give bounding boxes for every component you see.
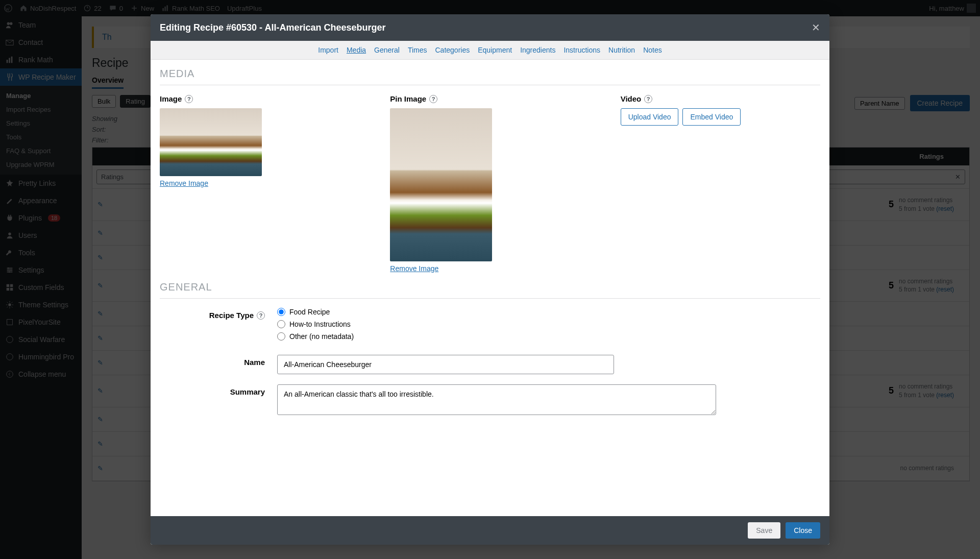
tab-instructions[interactable]: Instructions (564, 46, 600, 54)
modal-title: Editing Recipe #60530 - All-American Che… (160, 22, 386, 33)
tab-equipment[interactable]: Equipment (478, 46, 512, 54)
tab-general[interactable]: General (374, 46, 400, 54)
remove-image-link[interactable]: Remove Image (160, 179, 208, 187)
modal-tabs: Import Media General Times Categories Eq… (151, 41, 829, 60)
recipe-type-label: Recipe Type? (160, 308, 277, 320)
tab-media[interactable]: Media (347, 46, 366, 54)
tab-times[interactable]: Times (408, 46, 427, 54)
recipe-type-other[interactable]: Other (no metadata) (277, 332, 820, 341)
close-button[interactable]: Close (786, 522, 820, 539)
recipe-editor-modal: Editing Recipe #60530 - All-American Che… (151, 14, 829, 545)
help-icon[interactable]: ? (429, 95, 437, 103)
section-general-title: GENERAL (160, 273, 820, 299)
recipe-type-food[interactable]: Food Recipe (277, 308, 820, 316)
modal-footer: Save Close (151, 516, 829, 545)
close-icon[interactable]: ✕ (812, 21, 820, 34)
tab-import[interactable]: Import (318, 46, 338, 54)
recipe-type-howto[interactable]: How-to Instructions (277, 320, 820, 328)
tab-notes[interactable]: Notes (643, 46, 662, 54)
tab-categories[interactable]: Categories (435, 46, 470, 54)
summary-input[interactable] (277, 384, 716, 415)
help-icon[interactable]: ? (257, 311, 265, 320)
section-media-title: MEDIA (160, 60, 820, 85)
pin-image-thumb[interactable] (390, 108, 492, 261)
help-icon[interactable]: ? (185, 95, 193, 103)
summary-label: Summary (160, 384, 277, 396)
remove-pin-image-link[interactable]: Remove Image (390, 264, 438, 273)
recipe-image-thumb[interactable] (160, 108, 262, 176)
modal-header: Editing Recipe #60530 - All-American Che… (151, 14, 829, 41)
help-icon[interactable]: ? (644, 95, 652, 103)
modal-body: MEDIA Image? Remove Image Pin Image? Rem… (151, 60, 829, 516)
embed-video-button[interactable]: Embed Video (682, 108, 741, 126)
pin-image-label: Pin Image? (390, 94, 590, 103)
image-label: Image? (160, 94, 359, 103)
tab-nutrition[interactable]: Nutrition (608, 46, 635, 54)
upload-video-button[interactable]: Upload Video (621, 108, 679, 126)
tab-ingredients[interactable]: Ingredients (520, 46, 555, 54)
video-label: Video? (621, 94, 820, 103)
save-button[interactable]: Save (748, 522, 780, 539)
name-label: Name (160, 355, 277, 367)
name-input[interactable] (277, 355, 614, 374)
